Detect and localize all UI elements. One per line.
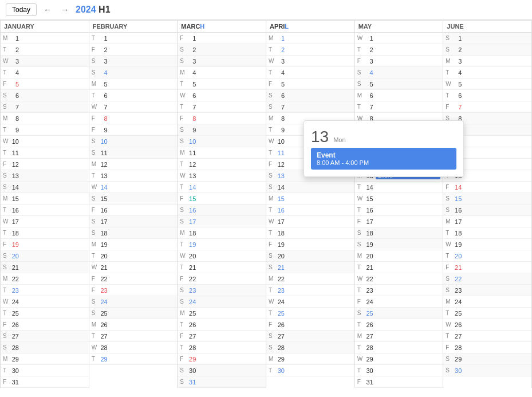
day-row[interactable]: W28	[89, 342, 178, 353]
day-row[interactable]: T28	[178, 342, 266, 353]
day-row[interactable]: M3	[443, 56, 531, 67]
day-row[interactable]: M15	[266, 193, 354, 205]
day-row[interactable]: T30	[355, 365, 443, 376]
day-row[interactable]: T6	[443, 90, 531, 101]
day-row[interactable]: S2	[178, 44, 266, 56]
day-row[interactable]: M11	[178, 147, 266, 159]
day-row[interactable]: F27	[178, 331, 266, 342]
day-row[interactable]: S22	[443, 273, 531, 285]
day-row[interactable]: F15	[178, 193, 266, 205]
day-row[interactable]: F2	[89, 44, 178, 56]
day-row[interactable]: S20	[266, 250, 354, 262]
day-row[interactable]: F16	[89, 205, 178, 216]
day-row[interactable]: S21	[1, 262, 89, 273]
day-row[interactable]: F19	[266, 239, 354, 250]
day-row[interactable]: T27	[443, 331, 531, 342]
day-row[interactable]: T30	[1, 365, 89, 376]
day-row[interactable]: S16	[178, 205, 266, 216]
day-row[interactable]: M20	[355, 250, 443, 262]
day-row[interactable]: S30	[178, 365, 266, 376]
day-row[interactable]: S3	[178, 56, 266, 67]
day-row[interactable]: W7	[89, 101, 178, 113]
day-row[interactable]: S5	[355, 78, 443, 90]
day-row[interactable]: M27	[355, 331, 443, 342]
day-row[interactable]: S25	[355, 308, 443, 319]
day-row[interactable]: S24	[89, 296, 178, 308]
day-row[interactable]: T18	[443, 227, 531, 239]
day-row[interactable]: T30	[266, 365, 354, 376]
day-row[interactable]: T16	[1, 205, 89, 216]
day-row[interactable]: S2	[443, 44, 531, 56]
day-row[interactable]: S20	[1, 250, 89, 262]
day-row[interactable]: T7	[355, 101, 443, 113]
day-row[interactable]: W21	[89, 262, 178, 273]
day-row[interactable]: S24	[178, 296, 266, 308]
day-row[interactable]: S1	[443, 33, 531, 44]
day-row[interactable]: S18	[355, 227, 443, 239]
day-row[interactable]: S31	[178, 376, 266, 388]
day-row[interactable]: T25	[1, 308, 89, 319]
day-row[interactable]: T6	[89, 90, 178, 101]
day-row[interactable]: S14	[266, 182, 354, 193]
day-row[interactable]: M5	[89, 78, 178, 90]
day-row[interactable]: F31	[355, 376, 443, 388]
day-row[interactable]: F17	[355, 216, 443, 227]
day-row[interactable]: W3	[266, 56, 354, 67]
day-row[interactable]: W26	[443, 319, 531, 331]
day-row[interactable]: S21	[266, 262, 354, 273]
day-row[interactable]: S29	[443, 353, 531, 365]
day-row[interactable]: S7	[1, 101, 89, 113]
day-row[interactable]: S15	[89, 193, 178, 205]
day-row[interactable]: M22	[1, 273, 89, 285]
day-row[interactable]: M12	[89, 159, 178, 170]
day-row[interactable]: S11	[89, 147, 178, 159]
day-row[interactable]: T7	[178, 101, 266, 113]
day-row[interactable]: F12	[1, 159, 89, 170]
day-row[interactable]: S16	[443, 205, 531, 216]
day-row[interactable]: W13	[178, 170, 266, 182]
day-row[interactable]: S6	[266, 90, 354, 101]
day-row[interactable]: F5	[1, 78, 89, 90]
day-row[interactable]: M26	[89, 319, 178, 331]
day-row[interactable]: M29	[1, 353, 89, 365]
day-row[interactable]: W15	[355, 193, 443, 205]
day-row[interactable]: W24	[266, 296, 354, 308]
day-row[interactable]: S14	[1, 182, 89, 193]
day-row[interactable]: S27	[266, 331, 354, 342]
day-row[interactable]: F31	[1, 376, 89, 388]
day-row[interactable]: M22	[266, 273, 354, 285]
day-row[interactable]: S23	[443, 285, 531, 296]
day-row[interactable]: T21	[178, 262, 266, 273]
day-row[interactable]: F5	[266, 78, 354, 90]
day-row[interactable]: W6	[178, 90, 266, 101]
day-row[interactable]: W1	[355, 33, 443, 44]
day-row[interactable]: T29	[89, 353, 178, 365]
day-row[interactable]: S27	[1, 331, 89, 342]
day-row[interactable]: M1	[1, 33, 89, 44]
day-row[interactable]: T19	[178, 239, 266, 250]
day-row[interactable]: T4	[266, 67, 354, 78]
day-row[interactable]: F28	[443, 342, 531, 353]
day-row[interactable]: M8	[1, 113, 89, 124]
day-row[interactable]: T23	[355, 285, 443, 296]
day-row[interactable]: S28	[1, 342, 89, 353]
day-row[interactable]: M29	[266, 353, 354, 365]
day-row[interactable]: S4	[355, 67, 443, 78]
day-row[interactable]: T2	[355, 44, 443, 56]
day-row[interactable]: M19	[89, 239, 178, 250]
day-row[interactable]: S25	[89, 308, 178, 319]
day-row[interactable]: T25	[266, 308, 354, 319]
day-row[interactable]: W17	[266, 216, 354, 227]
day-row[interactable]: W24	[1, 296, 89, 308]
day-row[interactable]: T12	[178, 159, 266, 170]
day-row[interactable]: T4	[443, 67, 531, 78]
day-row[interactable]: T28	[355, 342, 443, 353]
day-row[interactable]: W20	[178, 250, 266, 262]
day-row[interactable]: S7	[266, 101, 354, 113]
day-row[interactable]: F7	[443, 101, 531, 113]
popover-event[interactable]: Event 8:00 AM - 4:00 PM	[311, 148, 456, 170]
day-row[interactable]: T25	[443, 308, 531, 319]
day-row[interactable]: T27	[89, 331, 178, 342]
day-row[interactable]: S10	[178, 136, 266, 147]
day-row[interactable]: T18	[1, 227, 89, 239]
